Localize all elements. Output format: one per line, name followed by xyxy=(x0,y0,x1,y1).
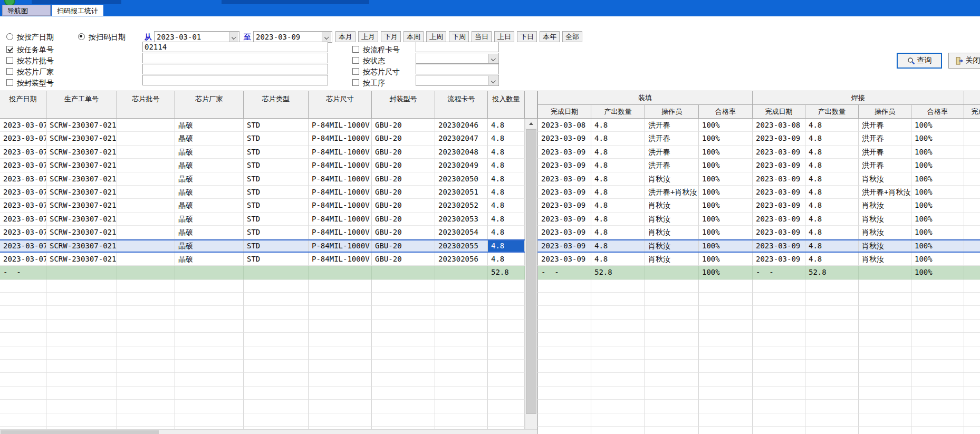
quick-range-button-6[interactable]: 下周 xyxy=(449,31,469,42)
cell-load_qty[interactable]: 4.8 xyxy=(591,132,645,145)
cell-lot[interactable] xyxy=(117,132,175,145)
cell-weld_qty[interactable]: 4.8 xyxy=(805,226,859,239)
cell-load_rate[interactable]: 100% xyxy=(699,146,753,159)
quick-range-button-9[interactable]: 下日 xyxy=(517,31,537,42)
cell-lot[interactable] xyxy=(117,213,175,226)
cell-date[interactable]: 2023-03-07 xyxy=(0,159,46,172)
cell-qty[interactable]: 4.8 xyxy=(488,132,525,145)
cell-weld_rate[interactable]: 100% xyxy=(911,159,964,172)
radio-by-scan-date[interactable] xyxy=(78,33,85,40)
quick-range-button-11[interactable]: 全部 xyxy=(562,31,582,42)
cell-lot[interactable] xyxy=(117,119,175,132)
cell-load_qty[interactable]: 4.8 xyxy=(591,146,645,159)
cell-load_date[interactable]: 2023-03-09 xyxy=(537,239,591,253)
cell-order[interactable]: SCRW-230307-021 xyxy=(46,132,117,145)
cell-qty[interactable]: 4.8 xyxy=(488,172,525,186)
cell-next_date[interactable] xyxy=(964,146,980,159)
cell-weld_rate[interactable]: 100% xyxy=(911,172,964,186)
cell-vendor[interactable]: 晶硕 xyxy=(175,119,244,132)
cell-load_qty[interactable]: 4.8 xyxy=(591,239,645,253)
cell-order[interactable]: SCRW-230307-021 xyxy=(46,172,117,186)
cell-next_date[interactable] xyxy=(964,159,980,172)
cell-date[interactable]: 2023-03-07 xyxy=(0,199,46,212)
cell-load_date[interactable]: 2023-03-08 xyxy=(537,119,591,132)
cell-weld_date[interactable]: 2023-03-09 xyxy=(753,132,805,145)
cell-ctype[interactable]: STD xyxy=(244,253,309,266)
date-from-picker[interactable]: 2023-03-01 xyxy=(154,31,239,43)
cell-load_qty[interactable]: 4.8 xyxy=(591,186,645,199)
chevron-down-icon[interactable] xyxy=(488,76,498,85)
cell-load_date[interactable]: 2023-03-09 xyxy=(537,213,591,226)
cell-weld_rate[interactable]: 100% xyxy=(911,132,964,145)
cell-load_op[interactable]: 洪开春 xyxy=(645,119,699,132)
cell-date[interactable]: 2023-03-07 xyxy=(0,132,46,145)
tab-navigation-map[interactable]: 导航图 xyxy=(2,5,51,16)
cell-weld_rate[interactable]: 100% xyxy=(911,239,964,253)
cell-pkg[interactable]: GBU-20 xyxy=(372,159,435,172)
cell-weld_op[interactable]: 肖秋汝 xyxy=(859,239,911,253)
cell-order[interactable]: SCRW-230307-021 xyxy=(46,226,117,239)
cell-date[interactable]: 2023-03-07 xyxy=(0,253,46,266)
cell-date[interactable]: 2023-03-07 xyxy=(0,172,46,186)
cell-date[interactable]: 2023-03-07 xyxy=(0,213,46,226)
cell-next_date[interactable] xyxy=(964,132,980,145)
cell-csize[interactable]: P-84MIL-1000V xyxy=(309,159,372,172)
radio-by-production-date[interactable] xyxy=(6,33,13,40)
cell-load_op[interactable]: 肖秋汝 xyxy=(645,239,699,253)
cell-next_date[interactable] xyxy=(964,119,980,132)
cell-weld_date[interactable]: 2023-03-09 xyxy=(753,239,805,253)
cell-load_date[interactable]: 2023-03-09 xyxy=(537,172,591,186)
cell-card[interactable]: 202302052 xyxy=(435,199,488,212)
date-to-picker[interactable]: 2023-03-09 xyxy=(253,31,332,43)
cell-qty[interactable]: 4.8 xyxy=(488,159,525,172)
filter-combo-按状态[interactable] xyxy=(416,53,499,64)
cell-weld_rate[interactable]: 100% xyxy=(911,119,964,132)
cell-load_qty[interactable]: 4.8 xyxy=(591,159,645,172)
horizontal-scrollbar-thumb[interactable] xyxy=(1,430,159,434)
chevron-down-icon[interactable] xyxy=(488,54,498,63)
vertical-scrollbar[interactable] xyxy=(525,119,537,429)
cell-csize[interactable]: P-84MIL-1000V xyxy=(309,146,372,159)
cell-qty[interactable]: 4.8 xyxy=(488,186,525,199)
cell-card[interactable]: 202302051 xyxy=(435,186,488,199)
cell-weld_qty[interactable]: 4.8 xyxy=(805,253,859,266)
cell-lot[interactable] xyxy=(117,239,175,253)
tab-scan-report-statistics[interactable]: 扫码报工统计 xyxy=(52,5,103,16)
cell-weld_date[interactable]: 2023-03-09 xyxy=(753,159,805,172)
cell-load_date[interactable]: 2023-03-09 xyxy=(537,186,591,199)
quick-range-button-8[interactable]: 上日 xyxy=(494,31,514,42)
cell-weld_date[interactable]: 2023-03-09 xyxy=(753,186,805,199)
cell-weld_date[interactable]: 2023-03-09 xyxy=(753,253,805,266)
cell-order[interactable]: SCRW-230307-021 xyxy=(46,213,117,226)
cell-qty[interactable]: 4.8 xyxy=(488,119,525,132)
cell-load_date[interactable]: 2023-03-09 xyxy=(537,199,591,212)
cell-csize[interactable]: P-84MIL-1000V xyxy=(309,119,372,132)
cell-qty[interactable]: 4.8 xyxy=(488,226,525,239)
cell-ctype[interactable]: STD xyxy=(244,226,309,239)
cell-weld_qty[interactable]: 4.8 xyxy=(805,146,859,159)
cell-pkg[interactable]: GBU-20 xyxy=(372,253,435,266)
cell-load_op[interactable]: 肖秋汝 xyxy=(645,213,699,226)
cell-card[interactable]: 202302049 xyxy=(435,159,488,172)
checkbox-按状态[interactable] xyxy=(352,57,359,64)
quick-range-button-5[interactable]: 上周 xyxy=(426,31,446,42)
cell-date[interactable]: 2023-03-07 xyxy=(0,119,46,132)
cell-weld_qty[interactable]: 4.8 xyxy=(805,119,859,132)
cell-next_date[interactable] xyxy=(964,186,980,199)
cell-qty[interactable]: 4.8 xyxy=(488,213,525,226)
cell-weld_rate[interactable]: 100% xyxy=(911,253,964,266)
checkbox-按工序[interactable] xyxy=(352,79,359,86)
cell-load_rate[interactable]: 100% xyxy=(699,186,753,199)
scroll-up-icon[interactable] xyxy=(525,119,537,129)
cell-date[interactable]: 2023-03-07 xyxy=(0,146,46,159)
cell-weld_date[interactable]: 2023-03-08 xyxy=(753,119,805,132)
cell-lot[interactable] xyxy=(117,253,175,266)
cell-csize[interactable]: P-84MIL-1000V xyxy=(309,186,372,199)
cell-weld_op[interactable]: 洪开春+肖秋汝 xyxy=(859,186,911,199)
chevron-down-icon[interactable] xyxy=(322,32,331,42)
cell-load_qty[interactable]: 4.8 xyxy=(591,199,645,212)
cell-load_rate[interactable]: 100% xyxy=(699,199,753,212)
quick-range-button-2[interactable]: 上月 xyxy=(358,31,378,42)
filter-input-按芯片批号[interactable] xyxy=(142,53,328,63)
cell-next_date[interactable] xyxy=(964,239,980,253)
